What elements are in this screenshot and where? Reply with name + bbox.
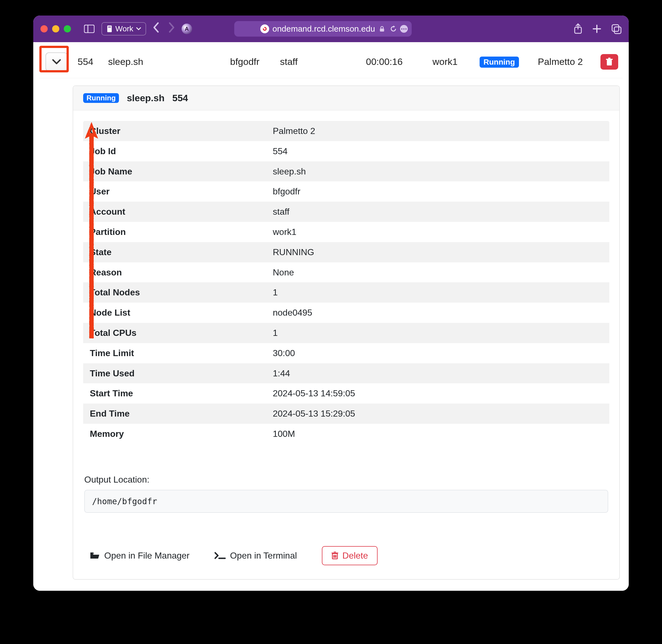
job-name-cell: sleep.sh [108,56,224,67]
folder-open-icon [90,551,100,560]
output-location-label: Output Location: [84,475,608,485]
attr-value: work1 [266,222,609,242]
attr-key: Start Time [83,383,266,404]
svg-rect-11 [614,27,621,33]
extension-icon[interactable]: A [182,24,192,34]
attr-key: Cluster [83,121,266,141]
table-row: Start Time2024-05-13 14:59:05 [83,383,609,404]
open-file-manager-label: Open in File Manager [104,551,190,561]
delete-button-label: Delete [342,551,368,561]
table-row: Job Id554 [83,141,609,161]
job-cluster-cell: Palmetto 2 [538,56,590,67]
attr-key: User [83,181,266,202]
table-row: Accountstaff [83,202,609,222]
page-menu-icon[interactable]: ⋯ [400,25,408,33]
attr-key: Reason [83,262,266,283]
status-badge: Running [83,93,119,103]
open-file-manager-link[interactable]: Open in File Manager [90,551,190,561]
attr-key: Account [83,202,266,222]
job-time-cell: 00:00:16 [366,56,427,67]
page-content: 554 sleep.sh bfgodfr staff 00:00:16 work… [33,42,629,591]
table-row: Time Limit30:00 [83,343,609,363]
attr-key: Total CPUs [83,323,266,343]
expand-row-button[interactable] [45,52,68,71]
table-row: Node Listnode0495 [83,303,609,323]
delete-job-button[interactable] [600,54,618,70]
address-text: ondemand.rcd.clemson.edu [273,24,375,33]
sidebar-toggle-button[interactable] [81,21,97,37]
minimize-window-button[interactable] [52,25,59,32]
site-favicon [260,24,269,33]
delete-button[interactable]: Delete [322,546,378,565]
svg-rect-0 [84,25,94,33]
table-row: ReasonNone [83,262,609,283]
panel-job-name: sleep.sh [127,93,164,104]
profile-selector[interactable]: Work [101,22,146,36]
svg-rect-14 [608,58,610,59]
job-partition-cell: work1 [432,56,474,67]
trash-icon [331,552,338,559]
attr-key: Memory [83,424,266,444]
attr-key: Node List [83,303,266,323]
attr-value: 1 [266,323,609,343]
attr-key: End Time [83,404,266,424]
table-row: End Time2024-05-13 15:29:05 [83,404,609,424]
job-status-cell: Running [479,56,532,68]
browser-titlebar: Work A ondemand.rcd.clemson.edu ⋯ [33,16,629,42]
table-row: ClusterPalmetto 2 [83,121,609,141]
attr-value: node0495 [266,303,609,323]
attr-value: RUNNING [266,242,609,262]
chevron-down-icon [136,27,141,30]
svg-rect-12 [607,60,612,66]
attr-value: staff [266,202,609,222]
panel-actions: Open in File Manager Open in Terminal De… [90,546,608,565]
chevron-down-icon [52,59,61,65]
attr-value: bfgodfr [266,181,609,202]
job-details-panel: Running sleep.sh 554 ClusterPalmetto 2Jo… [73,86,620,580]
attr-key: Total Nodes [83,282,266,303]
share-button[interactable] [573,23,583,34]
panel-header: Running sleep.sh 554 [73,86,619,110]
attr-value: 100M [266,424,609,444]
table-row: Memory100M [83,424,609,444]
svg-rect-2 [107,25,112,32]
attr-value: 1:44 [266,363,609,384]
svg-rect-3 [108,27,111,27]
table-row: Time Used1:44 [83,363,609,384]
forward-button[interactable] [166,22,177,36]
job-attributes-table: ClusterPalmetto 2Job Id554Job Namesleep.… [83,121,609,444]
zoom-window-button[interactable] [64,25,71,32]
profile-label: Work [115,24,133,33]
attr-value: 1 [266,282,609,303]
address-bar[interactable]: ondemand.rcd.clemson.edu ⋯ [234,21,412,37]
job-user-cell: bfgodfr [230,56,275,67]
open-terminal-link[interactable]: Open in Terminal [215,551,297,561]
attr-value: sleep.sh [266,161,609,182]
profile-icon [107,25,113,32]
table-row: Partitionwork1 [83,222,609,242]
attr-value: None [266,262,609,283]
attr-key: Time Used [83,363,266,384]
svg-rect-10 [612,25,619,31]
attr-key: Time Limit [83,343,266,363]
table-row: Userbfgodfr [83,181,609,202]
attr-key: Partition [83,222,266,242]
status-badge: Running [479,56,519,68]
browser-window: Work A ondemand.rcd.clemson.edu ⋯ [33,16,629,591]
trash-icon [606,58,613,66]
new-tab-button[interactable] [592,24,601,33]
reload-icon[interactable] [389,25,397,33]
job-id-cell: 554 [78,56,102,67]
open-terminal-label: Open in Terminal [230,551,297,561]
lock-icon [378,25,386,32]
table-row: Job Namesleep.sh [83,161,609,182]
attr-value: Palmetto 2 [266,121,609,141]
attr-value: 2024-05-13 15:29:05 [266,404,609,424]
window-controls [41,25,71,32]
tabs-overview-button[interactable] [611,24,621,34]
back-button[interactable] [150,22,162,36]
panel-job-id: 554 [172,93,188,104]
close-window-button[interactable] [41,25,48,32]
svg-rect-5 [380,28,384,31]
output-location-path: /home/bfgodfr [84,490,608,513]
